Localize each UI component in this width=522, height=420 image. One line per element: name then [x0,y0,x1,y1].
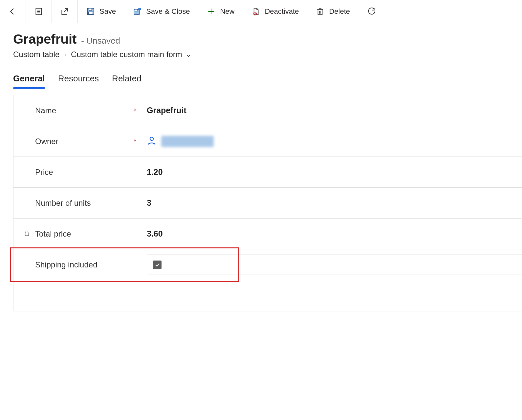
save-icon [86,7,95,16]
separator-dot: · [64,50,66,59]
svg-rect-17 [25,233,29,236]
delete-button[interactable]: Delete [307,0,359,23]
entity-name: Custom table [13,50,59,59]
field-name-value[interactable]: Grapefruit [147,106,522,115]
refresh-icon [367,7,376,16]
tab-resources[interactable]: Resources [58,74,99,88]
tab-related[interactable]: Related [112,74,141,88]
field-name-label: Name [35,106,134,115]
owner-name-redacted [161,136,214,147]
svg-line-12 [254,12,256,15]
popout-icon [60,7,69,16]
required-indicator: * [134,106,147,115]
save-button[interactable]: Save [78,0,124,23]
chevron-down-icon [185,52,191,57]
general-panel: Name * Grapefruit Owner * Price 1.20 Num… [13,95,522,311]
form-tabs: General Resources Related [0,59,522,88]
deactivate-label: Deactivate [265,7,299,16]
popout-button[interactable] [52,0,78,23]
field-shipping-included[interactable]: Shipping included [13,249,522,280]
field-total-label: Total price [35,229,134,239]
form-list-button[interactable] [26,0,52,23]
deactivate-button[interactable]: Deactivate [243,0,307,23]
form-selector-label: Custom table custom main form [71,50,182,59]
svg-point-16 [150,137,153,140]
field-units-value[interactable]: 3 [147,198,522,208]
refresh-button[interactable] [359,0,384,23]
record-title: Grapefruit [13,32,76,47]
field-units-label: Number of units [35,199,134,208]
panel-padding [13,280,522,311]
svg-rect-6 [89,12,93,14]
record-header: Grapefruit - Unsaved Custom table · Cust… [0,23,522,59]
save-close-button[interactable]: Save & Close [124,0,198,23]
required-indicator: * [134,137,147,146]
list-panel-icon [34,7,43,16]
tab-general[interactable]: General [13,74,45,88]
person-icon [147,136,157,147]
lock-icon [23,230,31,238]
back-button[interactable] [0,0,26,23]
field-total-value: 3.60 [147,229,522,239]
new-label: New [220,7,234,16]
field-price-label: Price [35,168,134,177]
field-owner-value[interactable] [147,136,522,147]
field-total-price: Total price 3.60 [13,219,522,249]
shipping-checkbox-wrap[interactable] [147,255,522,275]
svg-rect-13 [318,10,322,15]
field-shipping-label: Shipping included [35,260,134,269]
field-units[interactable]: Number of units 3 [13,188,522,219]
save-close-label: Save & Close [146,7,190,16]
save-close-icon [133,7,141,16]
field-name[interactable]: Name * Grapefruit [13,95,522,126]
form-selector[interactable]: Custom table custom main form [71,50,191,59]
field-owner-label: Owner [35,137,134,146]
checkbox-checked-icon[interactable] [153,261,162,269]
deactivate-icon [251,7,260,16]
svg-rect-5 [89,8,92,10]
svg-rect-8 [135,10,138,11]
field-price-value[interactable]: 1.20 [147,167,522,177]
trash-icon [316,7,324,16]
plus-icon [207,7,215,16]
command-bar: Save Save & Close New Deactivate Delete [0,0,522,23]
field-price[interactable]: Price 1.20 [13,157,522,188]
back-arrow-icon [9,7,17,16]
new-button[interactable]: New [198,0,243,23]
delete-label: Delete [329,7,350,16]
record-state: - Unsaved [81,36,120,46]
save-label: Save [99,7,116,16]
field-owner[interactable]: Owner * [13,126,522,157]
